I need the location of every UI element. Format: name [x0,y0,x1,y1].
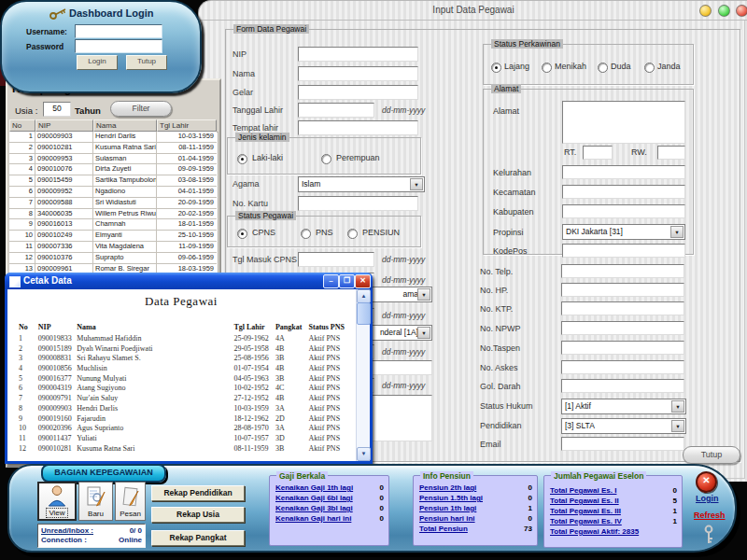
stat-link[interactable]: Total Pensiun [419,525,468,535]
close-button[interactable]: ✕ [355,274,371,288]
radio-pensiun[interactable] [347,229,358,239]
scroll-thumb[interactable] [357,302,371,325]
window-titlebar[interactable]: Cetak Data – ❐ ✕ [5,273,373,289]
baru-button[interactable]: Baru [78,482,113,521]
stat-link[interactable]: Pensiun 1.5th lagi [419,494,483,504]
stat-link[interactable]: Total Pegawai Es. I [550,486,616,497]
tempat-lahir-field[interactable] [298,120,418,135]
table-row[interactable]: 10 090010249 Elmyanti 25-10-1959 [9,231,217,242]
col-nama[interactable]: Nama [93,119,157,132]
stat-link[interactable]: Total Pegawai Es. IV [550,517,622,527]
tgl-masuk-cpns-field[interactable] [298,252,374,267]
maximize-button[interactable]: ❐ [339,274,355,288]
no-hp-field[interactable] [561,283,684,297]
radio-menikah[interactable] [542,63,552,73]
no-askes-field[interactable] [561,360,684,374]
radio-janda[interactable] [644,63,655,73]
gelar-field[interactable] [298,85,418,100]
login-button[interactable]: Login [77,55,118,70]
table-row[interactable]: 2 090010281 Kusuma Ratna Sari 08-11-1959 [9,143,217,154]
stat-link[interactable]: Kenaikan Gaji 3bl lagi [275,504,353,514]
scroll-up-icon[interactable]: ▲ [357,289,371,303]
col-no[interactable]: No [9,119,35,132]
close-app-button[interactable]: ✕ [696,471,717,493]
window-titlebar[interactable]: Input Data Pegawai [199,1,747,21]
rekap-pendidikan-button[interactable]: Rekap Pendidikan [151,485,245,501]
stat-link[interactable]: Kenaikan Gaji 6bl lagi [275,494,353,504]
usia-input[interactable]: 50 [43,102,71,117]
filter-button[interactable]: Filter [110,101,172,117]
tutup-button[interactable]: Tutup [126,55,167,70]
radio-pns[interactable] [301,229,311,239]
rekap-usia-button[interactable]: Rekap Usia [151,507,245,523]
username-input[interactable] [75,24,162,38]
table-row[interactable]: 6 090009952 Ngadiono 04-01-1959 [9,187,217,198]
tanggal-lahir-field[interactable] [298,103,374,118]
table-row[interactable]: 7 090009588 Sri Widiastuti 20-09-1959 [9,198,217,209]
chevron-down-icon[interactable]: ▼ [670,226,684,238]
propinsi-select[interactable]: DKI Jakarta [31] ▼ [562,224,685,240]
no-taspen-field[interactable] [561,341,684,355]
stat-link[interactable]: Pensiun 1th lagi [419,504,476,514]
gol-darah-field[interactable] [561,379,684,393]
minimize-button[interactable]: – [323,274,339,288]
rw-field[interactable] [657,146,685,160]
email-field[interactable] [561,437,684,451]
password-input[interactable] [75,39,162,53]
agama-select[interactable]: Islam ▼ [298,176,425,192]
stat-link[interactable]: Kenaikan Gaji hari ini [275,514,351,525]
table-row[interactable]: 8 340006035 Willem Petrus Riwu 20-02-195… [9,209,217,220]
stat-link[interactable]: Total Pegawai Es. III [550,507,621,517]
chevron-down-icon[interactable]: ▼ [417,327,430,339]
stat-link[interactable]: Pensiun 2th lagi [419,483,476,494]
table-row[interactable]: 3 090009953 Sulasman 01-04-1959 [9,154,217,165]
cell-no: 12 [19,444,38,455]
status-hukum-select[interactable]: [1] Aktif ▼ [561,399,686,414]
table-row[interactable]: 11 090007336 Vita Magdalena 11-09-1959 [9,242,217,253]
no-ktp-field[interactable] [561,301,684,315]
no-kartu-field[interactable] [298,196,418,211]
chevron-down-icon[interactable]: ▼ [417,288,430,301]
kecamatan-field[interactable] [562,185,685,199]
login-link[interactable]: Login [696,494,719,503]
table-row[interactable]: 5 090015459 Sartika Tampubolon 03-08-195… [9,175,217,187]
stat-link[interactable]: Total Pegawai Aktif: 2835 [550,527,639,538]
scrollbar[interactable]: ▲ ▼ [356,289,370,461]
maximize-ball-icon[interactable] [718,5,730,17]
chevron-down-icon[interactable]: ▼ [671,420,684,432]
table-row[interactable]: 12 090010376 Suprapto 09-06-1959 [9,253,217,264]
tutup-button[interactable]: Tutup [683,446,740,464]
minimize-ball-icon[interactable] [699,5,712,17]
scroll-down-icon[interactable]: ▼ [357,447,371,461]
alamat-textarea[interactable] [562,101,685,144]
stat-link[interactable]: Total Pegawai Es. II [550,497,619,507]
pendidikan-select[interactable]: [3] SLTA ▼ [561,418,686,434]
stat-link[interactable]: Kenaikan Gaji 1th lagi [275,483,353,494]
chevron-down-icon[interactable]: ▼ [671,400,684,413]
col-tgl-lahir[interactable]: Tgl Lahir [157,119,217,132]
rekap-pangkat-button[interactable]: Rekap Pangkat [151,530,245,546]
nama-field[interactable] [298,66,418,81]
view-button[interactable]: View [37,482,77,521]
table-row[interactable]: 9 090016013 Chamnah 18-01-1959 [9,219,217,231]
nip-field[interactable] [298,47,418,62]
close-ball-icon[interactable] [736,5,747,17]
no-telp-field[interactable] [561,264,684,278]
radio-perempuan[interactable] [321,154,331,164]
stat-link[interactable]: Pensiun hari ini [419,514,475,525]
radio-laki-laki[interactable] [237,154,247,164]
no-npwp-field[interactable] [561,321,684,335]
radio-lajang[interactable] [491,63,501,73]
refresh-link[interactable]: Refresh [694,511,726,520]
kodepos-field[interactable] [562,244,685,258]
kelurahan-field[interactable] [562,165,685,179]
radio-duda[interactable] [598,63,608,73]
rt-field[interactable] [583,146,613,160]
kabupaten-field[interactable] [562,204,685,218]
chevron-down-icon[interactable]: ▼ [410,178,423,190]
pesan-button[interactable]: Pesan [115,482,146,521]
table-row[interactable]: 4 090010076 Dirta Zuyeti 09-09-1959 [9,164,217,175]
table-row[interactable]: 1 090009903 Hendri Darlis 10-03-1959 [9,132,217,143]
radio-cpns[interactable] [237,229,247,239]
col-nip[interactable]: NIP [35,119,93,132]
